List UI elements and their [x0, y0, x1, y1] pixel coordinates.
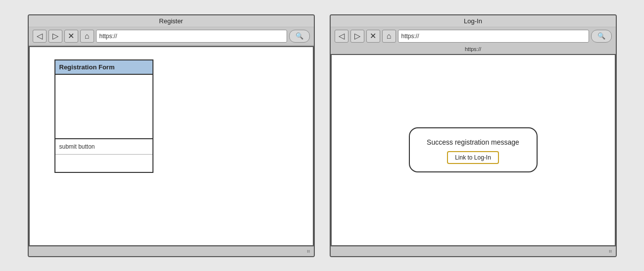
form-body[interactable] [55, 75, 152, 139]
home-button[interactable]: ⌂ [80, 30, 94, 43]
registration-form: Registration Form submit button [54, 59, 153, 173]
login-address-bar[interactable] [398, 30, 589, 43]
login-url-row: https:// [331, 45, 616, 54]
back-icon: ◁ [37, 31, 43, 41]
login-status-bar: ⌗ [331, 246, 616, 256]
forward-icon: ▷ [52, 31, 58, 41]
address-bar[interactable] [96, 30, 287, 43]
search-button[interactable]: 🔍 [289, 30, 310, 43]
login-content-area: Success registration message Link to Log… [332, 55, 615, 245]
search-icon: 🔍 [296, 32, 303, 40]
submit-button-row[interactable]: submit button [55, 139, 152, 155]
login-title-bar: Log-In [331, 15, 616, 27]
login-search-button[interactable]: 🔍 [591, 30, 612, 43]
success-box: Success registration message Link to Log… [409, 127, 538, 172]
close-icon: ✕ [68, 31, 74, 41]
login-forward-button[interactable]: ▷ [350, 30, 364, 43]
home-icon: ⌂ [387, 32, 392, 41]
register-window-title: Register [159, 17, 183, 25]
resize-icon: ⌗ [307, 248, 310, 255]
login-link-button[interactable]: Link to Log-In [447, 151, 499, 164]
login-close-button[interactable]: ✕ [366, 30, 380, 43]
register-browser-window: Register ◁ ▷ ✕ ⌂ 🔍 Registration Form sub… [28, 14, 315, 257]
login-toolbar: ◁ ▷ ✕ ⌂ 🔍 [331, 27, 616, 45]
login-back-button[interactable]: ◁ [335, 30, 348, 43]
resize-icon: ⌗ [609, 248, 612, 255]
form-extra-row [55, 155, 152, 172]
success-message: Success registration message [427, 138, 519, 146]
login-page-content: Success registration message Link to Log… [331, 54, 616, 246]
forward-button[interactable]: ▷ [49, 30, 62, 43]
home-icon: ⌂ [85, 32, 90, 41]
back-icon: ◁ [339, 31, 345, 41]
close-icon: ✕ [370, 31, 376, 41]
close-button[interactable]: ✕ [64, 30, 78, 43]
forward-icon: ▷ [354, 31, 360, 41]
login-browser-window: Log-In ◁ ▷ ✕ ⌂ 🔍 https:// Success regist… [330, 14, 617, 257]
register-status-bar: ⌗ [29, 246, 314, 256]
register-title-bar: Register [29, 15, 314, 27]
login-home-button[interactable]: ⌂ [382, 30, 396, 43]
register-toolbar: ◁ ▷ ✕ ⌂ 🔍 [29, 27, 314, 46]
login-window-title: Log-In [464, 17, 482, 25]
back-button[interactable]: ◁ [33, 30, 47, 43]
register-page-content: Registration Form submit button [29, 46, 314, 246]
form-header: Registration Form [55, 60, 152, 75]
search-icon: 🔍 [597, 32, 605, 40]
